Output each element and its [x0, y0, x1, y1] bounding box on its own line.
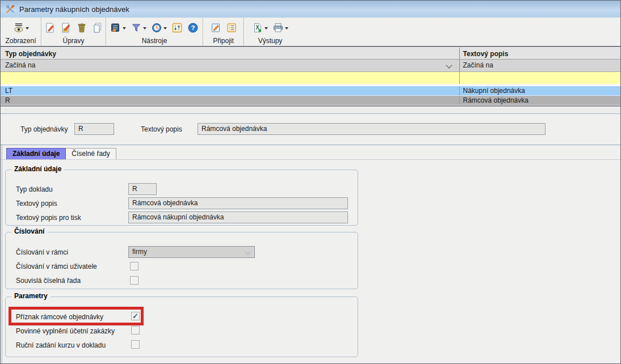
attach-list-button[interactable] — [225, 22, 238, 34]
table-row[interactable]: R Rámcová objednávka — [1, 96, 620, 105]
view-menu-button[interactable] — [12, 22, 30, 34]
dropdown-caret-icon — [285, 27, 288, 29]
filter-icon — [131, 22, 142, 33]
popis-pro-tisk-label: Textový popis pro tisk — [16, 214, 81, 222]
attach-note-icon — [210, 22, 221, 33]
chevron-down-icon[interactable] — [446, 62, 452, 68]
data-view-icon — [110, 22, 121, 33]
print-icon — [272, 22, 284, 33]
cell-popis[interactable]: Nákupní objednávka — [460, 86, 620, 95]
filter-button[interactable] — [129, 22, 148, 34]
tab-zakladni-udaje[interactable]: Základní údaje — [6, 148, 66, 159]
cislovani-v-ramci-label: Číslování v rámci — [16, 248, 68, 256]
grid-header-row: Typ objednávky Textový popis — [1, 47, 620, 60]
filter-cell-typ-objednavky[interactable]: Začíná na — [1, 60, 460, 71]
toolbar-group-vystupy: X Výstupy — [244, 18, 296, 46]
toolbar-group-label: Nástroje — [106, 37, 203, 45]
textovy-popis-label: Textový popis — [141, 125, 182, 133]
splitter-handle[interactable] — [1, 105, 620, 114]
tab-ciselne-rady[interactable]: Číselné řady — [66, 148, 116, 159]
groupbox-title: Parametry — [11, 292, 51, 300]
dropdown-caret-icon — [143, 27, 146, 29]
toolbar-group-upravy: Úpravy — [41, 18, 106, 46]
excel-export-icon: X — [252, 22, 263, 33]
excel-export-button[interactable]: X — [251, 22, 269, 34]
souvisla-rada-checkbox[interactable] — [130, 276, 139, 285]
detail-header: Typ objednávky R Textový popis Rámcová o… — [1, 114, 620, 145]
toolbar-group-label: Připojit — [203, 37, 244, 45]
typ-objednavky-input[interactable]: R — [74, 123, 114, 135]
cell-typ[interactable]: LT — [1, 86, 460, 95]
svg-text:?: ? — [191, 24, 195, 31]
rucni-zadani-label: Ruční zadání kurzu v dokladu — [16, 341, 106, 349]
toolbar-group-label: Zobrazení — [1, 37, 41, 45]
grid-filter-row: Začíná na Začíná na — [1, 60, 620, 72]
cell-popis[interactable]: Rámcová objednávka — [460, 96, 620, 105]
filter-cell-textovy-popis[interactable]: Začíná na — [460, 60, 620, 71]
refresh-button[interactable] — [150, 22, 168, 34]
highlight-rectangle — [9, 307, 144, 325]
cislovani-uzivatele-label: Číslování v rámci uživatele — [16, 263, 97, 270]
toolbar: Zobrazení — [1, 18, 620, 47]
table-row[interactable]: LT Nákupní objednávka — [1, 86, 620, 96]
souvisla-rada-label: Souvislá číselná řada — [16, 277, 81, 285]
edit-record-button[interactable] — [59, 22, 73, 34]
toolbar-group-nastroje: ? Nástroje — [106, 18, 203, 46]
cislovani-uzivatele-checkbox[interactable] — [130, 262, 139, 270]
window: Parametry nákupních objednávek Zobrazení — [0, 0, 621, 364]
select-value: firmy — [132, 248, 147, 256]
typ-dokladu-input[interactable]: R — [128, 183, 157, 195]
dropdown-caret-icon — [123, 27, 126, 29]
filter-mode-label: Začíná na — [5, 61, 35, 69]
povinne-vyplneni-label: Povinné vyplnění účetní zakázky — [16, 327, 115, 335]
print-button[interactable] — [271, 22, 289, 34]
textovy-popis-field-input[interactable]: Rámcová objednávka — [128, 197, 348, 209]
window-title: Parametry nákupních objednávek — [19, 5, 129, 14]
cislovani-v-ramci-select[interactable]: firmy — [128, 246, 255, 258]
toolbar-group-label: Úpravy — [41, 37, 106, 45]
typ-dokladu-label: Typ dokladu — [16, 185, 53, 193]
cell-typ[interactable]: R — [1, 96, 460, 105]
dropdown-caret-icon — [26, 27, 29, 29]
filter-mode-label: Začíná na — [463, 61, 493, 69]
help-button[interactable]: ? — [186, 22, 200, 34]
delete-record-button[interactable] — [75, 22, 89, 34]
attach-note-button[interactable] — [209, 22, 223, 34]
toolbar-group-label: Výstupy — [244, 37, 296, 45]
dropdown-caret-icon — [265, 27, 268, 29]
groupbox-title: Základní údaje — [11, 165, 64, 173]
textovy-popis-input[interactable]: Rámcová objednávka — [198, 123, 546, 135]
view-icon — [13, 22, 24, 33]
refresh-icon — [151, 22, 162, 33]
typ-objednavky-label: Typ objednávky — [20, 125, 68, 133]
title-bar: Parametry nákupních objednávek — [1, 1, 620, 18]
copy-record-button[interactable] — [91, 22, 104, 34]
toolbar-group-pripojit: Připojit — [203, 18, 244, 46]
dropdown-caret-icon — [163, 27, 167, 29]
orders-grid: Typ objednávky Textový popis Začíná na Z… — [1, 47, 620, 105]
settings-button[interactable] — [170, 22, 184, 34]
help-icon: ? — [187, 22, 199, 33]
data-view-button[interactable] — [109, 22, 127, 34]
attach-list-icon — [226, 22, 237, 33]
groupbox-title: Číslování — [11, 227, 47, 235]
rucni-zadani-checkbox[interactable] — [131, 340, 140, 349]
new-record-icon — [44, 22, 56, 33]
column-header-textovy-popis[interactable]: Textový popis — [460, 48, 620, 59]
column-header-typ-objednavky[interactable]: Typ objednávky — [1, 48, 460, 59]
delete-record-icon — [76, 22, 87, 33]
tools-icon — [6, 5, 15, 14]
detail-tabs: Základní údaje Číselné řady — [1, 149, 620, 160]
new-record-button[interactable] — [43, 22, 57, 34]
toolbar-group-zobrazeni: Zobrazení — [1, 18, 41, 46]
povinne-vyplneni-checkbox[interactable] — [131, 326, 140, 335]
textovy-popis-field-label: Textový popis — [16, 200, 57, 208]
chevron-down-icon — [245, 249, 251, 255]
settings-icon — [171, 22, 183, 33]
copy-record-icon — [92, 22, 103, 33]
edit-record-icon — [60, 22, 72, 33]
popis-pro-tisk-input[interactable]: Rámcová nákupní objednávka — [128, 211, 348, 223]
new-row-placeholder[interactable] — [1, 72, 620, 84]
